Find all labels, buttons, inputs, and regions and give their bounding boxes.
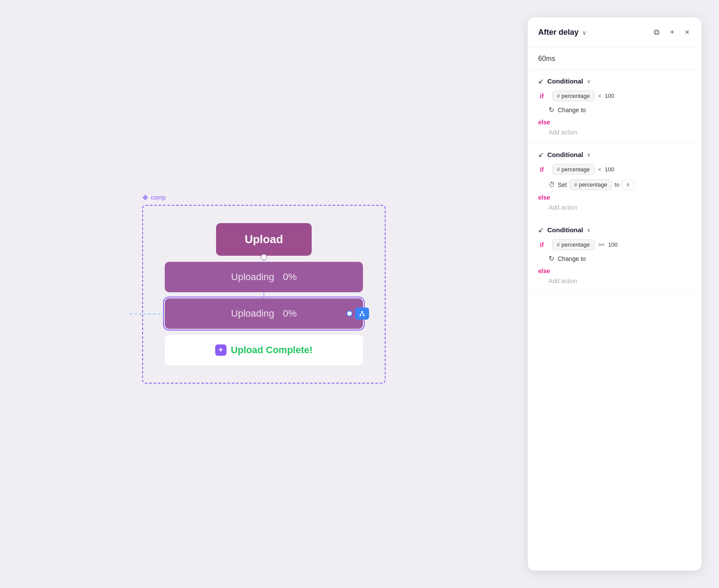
panel-title: After delay xyxy=(538,28,579,37)
copy-button[interactable]: ⧉ xyxy=(652,26,661,39)
else-label-3: else xyxy=(538,267,550,274)
comp-label-text: comp xyxy=(151,194,166,201)
if-label-3: if xyxy=(540,241,549,248)
panel-title-row: After delay ∨ xyxy=(538,28,586,37)
var-target-name: percentage xyxy=(579,181,607,188)
state-upload[interactable]: Upload xyxy=(216,223,312,256)
delay-value: 60ms xyxy=(528,48,702,70)
value-3: 100 xyxy=(608,241,618,248)
split-icon xyxy=(359,310,366,317)
operator-2: < xyxy=(598,166,602,173)
success-text: Upload Complete! xyxy=(231,344,313,356)
var-name-3: percentage xyxy=(562,241,590,248)
svg-line-4 xyxy=(362,313,364,314)
conditional-label-2: Conditional xyxy=(547,151,583,158)
change-to-icon-1: ↻ xyxy=(549,106,554,114)
conditional-block-2: ↙ Conditional ∨ if # percentage < 100 ⏱ … xyxy=(528,144,702,219)
close-button[interactable]: × xyxy=(683,26,691,39)
var-pill-percentage-3[interactable]: # percentage xyxy=(552,239,595,250)
change-to-icon-3: ↻ xyxy=(549,254,554,263)
panel-title-chevron-icon[interactable]: ∨ xyxy=(582,29,586,36)
states-container: Upload Uploading 0% Uploading 0% xyxy=(165,223,363,365)
loading2-text: Uploading xyxy=(231,308,274,319)
conditional-label-3: Conditional xyxy=(547,226,583,234)
conditional-icon-3: ↙ xyxy=(538,226,544,234)
operator-1: < xyxy=(598,93,602,99)
loading1-percent: 0% xyxy=(283,271,297,283)
conditional-block-3: ↙ Conditional ∨ if # percentage >= 100 ↻… xyxy=(528,219,702,292)
else-section-2: else Add action xyxy=(538,194,691,211)
state-loading2[interactable]: Uploading 0% xyxy=(165,298,363,329)
hash-icon-value: # xyxy=(627,182,630,188)
action-row-1: ↻ Change to xyxy=(549,106,691,114)
action-label-1: Change to xyxy=(558,107,586,114)
success-plus-icon: + xyxy=(215,344,226,356)
svg-line-3 xyxy=(360,313,362,314)
conditional-header-2: ↙ Conditional ∨ xyxy=(538,150,691,159)
condition-row-3: if # percentage >= 100 xyxy=(540,239,691,250)
add-button[interactable]: + xyxy=(668,26,676,39)
else-section-3: else Add action xyxy=(538,267,691,285)
cond-chevron-3[interactable]: ∨ xyxy=(587,227,591,233)
if-label-1: if xyxy=(540,93,549,100)
upload-label: Upload xyxy=(245,233,283,246)
var-pill-target[interactable]: # percentage xyxy=(569,179,612,190)
state-success[interactable]: + Upload Complete! xyxy=(165,335,363,365)
loading1-text: Uploading xyxy=(231,271,274,283)
var-name-2: percentage xyxy=(562,166,590,173)
panel-body: ↙ Conditional ∨ if # percentage < 100 ↻ … xyxy=(528,70,702,571)
svg-point-1 xyxy=(360,314,361,316)
conditional-label-1: Conditional xyxy=(547,77,583,85)
conditional-icon-1: ↙ xyxy=(538,77,544,85)
action-label-3: Change to xyxy=(558,255,586,262)
svg-point-0 xyxy=(361,311,363,313)
hash-icon-1: # xyxy=(557,93,560,99)
right-panel: After delay ∨ ⧉ + × 60ms ↙ Conditional ∨… xyxy=(528,17,702,571)
node-circle xyxy=(346,311,353,317)
add-action-button-2[interactable]: Add action xyxy=(549,204,577,211)
if-label-2: if xyxy=(540,166,549,173)
var-name-1: percentage xyxy=(562,93,590,99)
condition-row-2: if # percentage < 100 xyxy=(540,164,691,175)
var-pill-percentage-1[interactable]: # percentage xyxy=(552,90,595,101)
state-loading1[interactable]: Uploading 0% xyxy=(165,262,363,292)
else-section-1: else Add action xyxy=(538,118,691,136)
else-label-1: else xyxy=(538,119,550,126)
comp-container: ❖ comp Upload Uploading 0% Uploading 0% xyxy=(142,205,386,384)
loading2-percent: 0% xyxy=(283,308,297,319)
hash-icon-3: # xyxy=(557,242,560,248)
panel-actions: ⧉ + × xyxy=(652,26,691,39)
canvas-area: Button Loading 1 Loading 2 Success ❖ com… xyxy=(0,0,528,588)
cond-chevron-1[interactable]: ∨ xyxy=(587,78,591,84)
else-label-2: else xyxy=(538,194,550,201)
hash-icon-target: # xyxy=(574,182,577,188)
node-box[interactable] xyxy=(355,307,369,320)
var-pill-value[interactable]: # xyxy=(622,180,635,190)
var-pill-percentage-2[interactable]: # percentage xyxy=(552,164,595,175)
comp-diamond-icon: ❖ xyxy=(142,194,148,202)
conditional-icon-2: ↙ xyxy=(538,150,544,159)
conditional-header-1: ↙ Conditional ∨ xyxy=(538,77,691,85)
value-2: 100 xyxy=(605,166,614,173)
cond-chevron-2[interactable]: ∨ xyxy=(587,152,591,158)
conditional-block-1: ↙ Conditional ∨ if # percentage < 100 ↻ … xyxy=(528,70,702,144)
connection-node xyxy=(346,307,369,320)
set-row-2: ⏱ Set # percentage to # xyxy=(549,179,691,190)
add-action-button-3[interactable]: Add action xyxy=(549,277,577,284)
hash-icon-2: # xyxy=(557,167,560,173)
horizontal-connector xyxy=(130,314,165,314)
panel-header: After delay ∨ ⧉ + × xyxy=(528,17,702,48)
condition-row-1: if # percentage < 100 xyxy=(540,90,691,101)
set-icon-2: ⏱ xyxy=(549,181,555,188)
action-row-3: ↻ Change to xyxy=(549,254,691,263)
value-1: 100 xyxy=(605,93,614,99)
svg-point-2 xyxy=(363,314,365,316)
conditional-header-3: ↙ Conditional ∨ xyxy=(538,226,691,234)
add-action-button-1[interactable]: Add action xyxy=(549,129,577,136)
set-label-2: Set xyxy=(558,181,567,188)
comp-label: ❖ comp xyxy=(142,194,166,202)
to-text: to xyxy=(615,181,619,188)
operator-3: >= xyxy=(598,241,605,248)
